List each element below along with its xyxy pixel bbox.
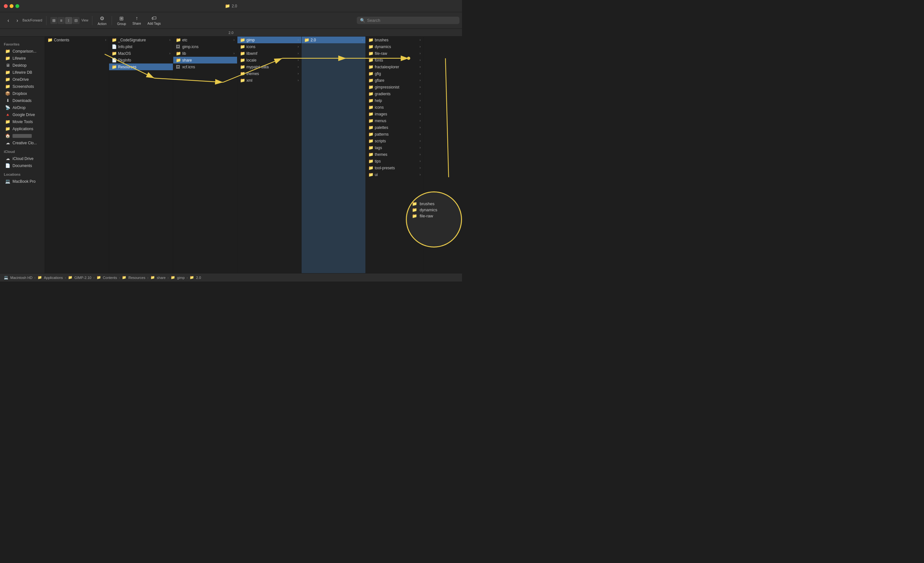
file-row[interactable]: 📁 lib › [173, 50, 237, 57]
add-tags-button[interactable]: 🏷 Add Tags [145, 14, 163, 27]
sidebar-item-movie-tools[interactable]: 📁 Movie Tools [1, 118, 44, 125]
macbook-icon: 💻 [4, 276, 8, 280]
folder-icon: 📁 [240, 44, 244, 49]
file-row[interactable]: 📁 fonts › [366, 57, 423, 63]
group-button[interactable]: ⊞ Group [114, 14, 129, 27]
column-5: 📁 2.0 › [302, 37, 366, 273]
file-row[interactable]: 📁 locale › [237, 57, 301, 63]
folder-icon: 📁 [240, 51, 244, 56]
file-row[interactable]: 📁 tool-presets › [366, 165, 423, 171]
icon-view-btn[interactable]: ⊞ [50, 17, 57, 24]
file-row-2-0[interactable]: 📁 2.0 › [302, 37, 365, 43]
fullscreen-button[interactable] [15, 4, 19, 8]
sidebar-item-applications[interactable]: 📁 Applications [1, 125, 44, 132]
file-row[interactable]: 📁 menus › [366, 117, 423, 124]
file-row[interactable]: 📁 gflare › [366, 77, 423, 84]
file-row[interactable]: 📁 Contents › [45, 37, 109, 43]
chevron-right-icon: › [298, 58, 299, 62]
google-drive-icon: 🔺 [5, 112, 10, 117]
close-button[interactable] [4, 4, 8, 8]
search-icon: 🔍 [360, 18, 365, 23]
sidebar-item-google-drive[interactable]: 🔺 Google Drive [1, 111, 44, 118]
folder-icon: 📁 [368, 165, 373, 170]
view-icons: ⊞ ≡ ⫶ ⊟ [50, 17, 80, 24]
sidebar-item-dropbox[interactable]: 📦 Dropbox [1, 90, 44, 97]
view-group: ⊞ ≡ ⫶ ⊟ View [49, 17, 90, 24]
folder-icon: 📁 [5, 77, 10, 82]
folder-icon: 📁 [368, 145, 373, 150]
favorites-label: Favorites [0, 39, 45, 48]
file-row[interactable]: 📁 palettes › [366, 124, 423, 131]
forward-button[interactable]: › [13, 16, 22, 25]
sidebar-item-home[interactable]: 🏠 [1, 132, 44, 139]
sidebar-item-comparison[interactable]: 📁 Comparison... [1, 48, 44, 54]
file-row[interactable]: 📁 tips › [366, 158, 423, 165]
folder-icon: 📁 [112, 51, 116, 56]
list-view-btn[interactable]: ≡ [58, 17, 65, 24]
file-row[interactable]: 📄 PkgInfo [109, 57, 173, 63]
sidebar-item-lifewire[interactable]: 📁 Lifewire [1, 55, 44, 61]
file-row[interactable]: 📁 etc › [173, 37, 237, 43]
gallery-view-btn[interactable]: ⊟ [72, 17, 80, 24]
folder-icon: 📁 [368, 64, 373, 69]
column-view-btn[interactable]: ⫶ [65, 17, 72, 24]
2-0-icon: 📁 [190, 276, 194, 280]
file-row[interactable]: 📁 icons › [237, 43, 301, 50]
sidebar-item-lifewire-db[interactable]: 📁 Lifewire DB [1, 69, 44, 76]
file-row[interactable]: 📁 mypaint-data › [237, 63, 301, 70]
folder-icon: 📁 [368, 112, 373, 116]
downloads-icon: ⬇ [5, 98, 10, 103]
folder-icon: 📁 [368, 105, 373, 110]
file-row[interactable]: 📁 patterns › [366, 131, 423, 138]
chevron-right-icon: › [170, 52, 170, 55]
file-row-themes[interactable]: 📁 themes › [237, 70, 301, 77]
share-button[interactable]: ↑ Share [130, 14, 144, 27]
sidebar-item-creative-cloud[interactable]: ☁ Creative Clo... [1, 139, 44, 146]
file-row-share[interactable]: 📁 share [173, 57, 237, 63]
folder-icon: 📁 [368, 132, 373, 136]
file-row[interactable]: 📁 icons › [366, 104, 423, 111]
sidebar-item-airdrop[interactable]: 📡 AirDrop [1, 104, 44, 111]
sidebar-item-macbook-pro[interactable]: 💻 MacBook Pro [1, 178, 44, 185]
sidebar-item-icloud-drive[interactable]: ☁ iCloud Drive [1, 155, 44, 162]
chevron-right-icon: › [420, 92, 421, 96]
sidebar-item-downloads[interactable]: ⬇ Downloads [1, 97, 44, 104]
chevron-right-icon: › [420, 166, 421, 169]
file-row[interactable]: 📁 help › [366, 97, 423, 104]
file-row[interactable]: 📁 tags › [366, 144, 423, 151]
share-icon: 📁 [150, 276, 155, 280]
file-row[interactable]: 📁 scripts › [366, 138, 423, 144]
back-button[interactable]: ‹ [4, 16, 13, 25]
search-input[interactable] [367, 18, 456, 23]
file-row[interactable]: 📁 gradients › [366, 90, 423, 97]
folder-icon: 📁 [240, 78, 244, 83]
file-row-resources[interactable]: 📁 Resources [109, 63, 173, 70]
documents-icon: 📄 [5, 163, 10, 168]
file-icon: 📄 [112, 44, 116, 49]
file-row[interactable]: 🖼 gimp.icns [173, 43, 237, 50]
file-row[interactable]: 📁 images › [366, 111, 423, 117]
file-row[interactable]: 📁 dynamics › [366, 43, 423, 50]
sidebar-item-screenshots[interactable]: 📁 Screenshots [1, 83, 44, 90]
sidebar-item-onedrive[interactable]: 📁 OneDrive [1, 76, 44, 83]
svg-line-7 [446, 58, 448, 177]
file-row[interactable]: 📄 Info.plist [109, 43, 173, 50]
file-row[interactable]: 📁 libwmf › [237, 50, 301, 57]
file-row[interactable]: 📁 ui › [366, 171, 423, 178]
file-row[interactable]: 📁 file-raw › [366, 50, 423, 57]
file-row[interactable]: 📁 xml › [237, 77, 301, 84]
file-row[interactable]: 📁 MacOS › [109, 50, 173, 57]
file-row[interactable]: 📁 gimpressionist › [366, 84, 423, 90]
sidebar-item-documents[interactable]: 📄 Documents [1, 162, 44, 169]
file-row[interactable]: 📁 brushes › [366, 37, 423, 43]
action-button[interactable]: ⚙ Action [95, 14, 109, 27]
file-row-themes-2[interactable]: 📁 themes › [366, 151, 423, 158]
file-row[interactable]: 🖼 xcf.icns [173, 63, 237, 70]
file-row[interactable]: 📁 fractalexplorer › [366, 63, 423, 70]
file-row-gimp[interactable]: 📁 gimp › [237, 37, 301, 43]
file-row[interactable]: 📁 _CodeSignature › [109, 37, 173, 43]
minimize-button[interactable] [10, 4, 14, 8]
folder-icon: 📁 [368, 172, 373, 177]
sidebar-item-desktop[interactable]: 🖥 Desktop [1, 62, 44, 69]
file-row[interactable]: 📁 gfig › [366, 70, 423, 77]
